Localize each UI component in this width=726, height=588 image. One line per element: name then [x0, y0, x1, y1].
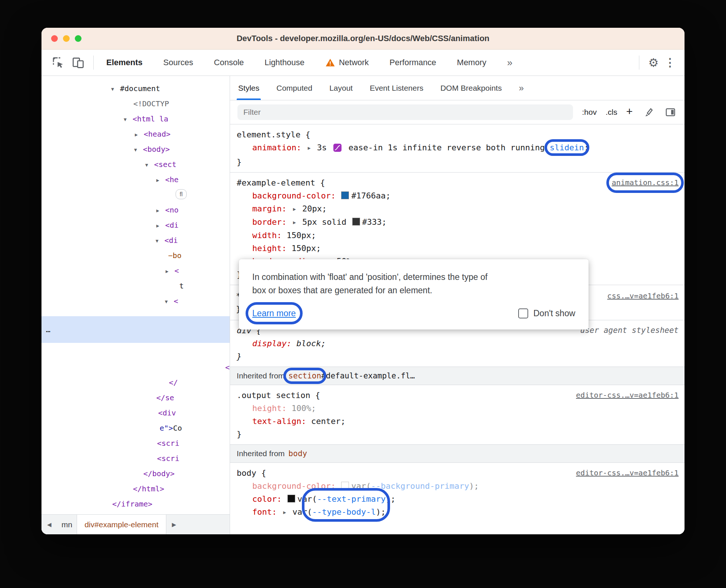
color-swatch[interactable] — [352, 218, 360, 225]
tree-node[interactable]: ▶<no — [41, 203, 230, 218]
css-variable-link[interactable]: --background-primary — [371, 481, 469, 491]
css-property-name[interactable]: width: — [252, 231, 282, 240]
color-swatch[interactable] — [341, 191, 349, 199]
learn-more-link[interactable]: Learn more — [252, 307, 296, 320]
color-swatch[interactable] — [341, 482, 349, 490]
tree-node-body[interactable]: ▼<body> — [41, 142, 230, 157]
tree-node[interactable]: <scri — [41, 436, 230, 451]
tree-node-doctype[interactable]: <!DOCTYP — [41, 96, 230, 111]
collapse-arrow-icon[interactable]: ▼ — [124, 112, 133, 127]
css-property-value[interactable]: 150px; — [292, 244, 321, 253]
stylesheet-link[interactable]: editor-css.…v=ae1feb6:1 — [576, 467, 679, 480]
toggle-classes-button[interactable]: .cls — [606, 108, 617, 117]
device-toolbar-icon[interactable] — [70, 54, 87, 71]
dont-show-checkbox[interactable] — [518, 308, 528, 318]
breadcrumb-item-active[interactable]: div#example-element — [77, 515, 166, 534]
collapse-arrow-icon[interactable]: ▼ — [145, 157, 154, 173]
rule-selector[interactable]: body { — [237, 468, 266, 478]
tree-node[interactable]: <scri — [41, 451, 230, 466]
collapse-arrow-icon[interactable]: ▼ — [111, 81, 120, 97]
css-property-name[interactable]: background-color: — [252, 481, 336, 491]
flex-badge[interactable]: fl — [176, 189, 187, 199]
tree-node[interactable]: ▶< — [41, 263, 230, 278]
menu-dots-icon[interactable]: ⋮ — [665, 57, 676, 68]
css-property-name[interactable]: display: — [252, 339, 292, 348]
close-window-button[interactable] — [51, 35, 58, 42]
dock-panel-icon[interactable] — [664, 106, 677, 119]
tab-dom-breakpoints[interactable]: DOM Breakpoints — [440, 76, 502, 100]
tree-node-section[interactable]: ▼<sect — [41, 157, 230, 172]
crumb-next-icon[interactable]: ▶ — [166, 515, 182, 534]
stylesheet-link[interactable]: editor-css.…v=ae1feb6:1 — [576, 389, 679, 402]
tab-performance[interactable]: Performance — [390, 58, 436, 67]
breadcrumb-item-partial[interactable]: mn — [57, 515, 77, 534]
tab-styles[interactable]: Styles — [238, 76, 259, 100]
expand-arrow-icon[interactable]: ▶ — [283, 506, 286, 519]
css-property-value[interactable]: 150px; — [287, 231, 316, 240]
settings-gear-icon[interactable]: ⚙ — [648, 57, 659, 69]
color-swatch[interactable] — [287, 495, 295, 502]
tree-node-header[interactable]: ▶<he — [41, 172, 230, 187]
tree-node[interactable]: </html> — [41, 481, 230, 497]
inspect-element-icon[interactable] — [50, 54, 67, 71]
css-property-value[interactable]: block; — [296, 339, 326, 348]
css-property-name[interactable]: font: — [252, 507, 277, 517]
expand-arrow-icon[interactable]: ▶ — [166, 264, 174, 279]
tree-node[interactable]: </iframe> — [41, 497, 230, 512]
css-property-value[interactable]: 3s — [317, 143, 327, 152]
css-variable-link[interactable]: --text-primary — [317, 494, 386, 504]
rendering-brush-icon[interactable] — [642, 106, 655, 119]
css-property-value[interactable]: var — [293, 507, 307, 517]
tab-computed[interactable]: Computed — [276, 76, 312, 100]
collapse-arrow-icon[interactable]: ▼ — [134, 142, 143, 157]
tree-node-attribute[interactable]: −bo — [41, 248, 230, 263]
css-property-value[interactable]: center; — [311, 417, 346, 426]
css-property-value[interactable]: 20px; — [302, 204, 327, 213]
tab-lighthouse[interactable]: Lighthouse — [264, 58, 304, 67]
section-node-link[interactable]: section — [289, 371, 322, 380]
tab-network[interactable]: Network — [325, 58, 369, 67]
crumb-prev-icon[interactable]: ◀ — [41, 515, 57, 534]
tab-layout[interactable]: Layout — [329, 76, 353, 100]
tree-node[interactable]: ▼< — [41, 294, 230, 309]
expand-arrow-icon[interactable]: ▶ — [293, 216, 296, 229]
tree-node[interactable]: </ — [41, 375, 230, 390]
tree-node-text[interactable]: t — [41, 278, 230, 294]
styles-filter-input[interactable] — [237, 104, 573, 120]
minimize-window-button[interactable] — [63, 35, 70, 42]
rule-selector[interactable]: .output section { — [237, 391, 320, 400]
css-property-name[interactable]: text-align: — [252, 417, 306, 426]
rule-selector[interactable]: #example-element { — [237, 178, 325, 187]
expand-arrow-icon[interactable]: ▶ — [293, 203, 296, 216]
body-node-link[interactable]: body — [289, 449, 307, 458]
tree-node[interactable]: </se — [41, 390, 230, 405]
more-panels-icon[interactable]: » — [519, 76, 524, 100]
tree-node-mixed[interactable]: e">Co — [41, 421, 230, 436]
css-property-name[interactable]: color: — [252, 494, 282, 504]
tree-node[interactable]: < — [41, 360, 230, 375]
css-property-value[interactable]: var — [351, 481, 366, 491]
tab-sources[interactable]: Sources — [163, 58, 193, 67]
expand-arrow-icon[interactable]: ▶ — [308, 141, 311, 154]
tree-node-selected[interactable]: … — [41, 316, 230, 343]
dont-show-control[interactable]: Don't show — [518, 307, 575, 320]
easing-swatch-icon[interactable] — [333, 143, 342, 156]
tree-node[interactable]: ▶<di — [41, 218, 230, 233]
css-property-value[interactable]: 100%; — [292, 404, 316, 413]
tree-node[interactable]: <div — [41, 405, 230, 421]
tab-elements[interactable]: Elements — [106, 58, 143, 67]
stylesheet-link[interactable]: css.…v=ae1feb6:1 — [607, 290, 679, 303]
toggle-hover-button[interactable]: :hov — [582, 108, 597, 117]
tab-memory[interactable]: Memory — [457, 58, 486, 67]
css-property-value[interactable]: var — [297, 494, 312, 504]
more-tabs-icon[interactable]: » — [507, 57, 512, 69]
tree-node-badge[interactable]: fl — [41, 187, 230, 203]
tree-node-html[interactable]: ▼<html la — [41, 111, 230, 127]
css-property-name[interactable]: height: — [252, 404, 287, 413]
section-node-detail[interactable]: #default-example.fl… — [321, 371, 415, 380]
css-property-value[interactable]: #1766aa; — [351, 191, 390, 200]
expand-arrow-icon[interactable]: ▶ — [156, 203, 165, 218]
css-property-name[interactable]: margin: — [252, 204, 287, 213]
css-property-value[interactable]: 5px solid — [302, 217, 346, 227]
new-style-rule-button[interactable]: + — [626, 105, 633, 118]
